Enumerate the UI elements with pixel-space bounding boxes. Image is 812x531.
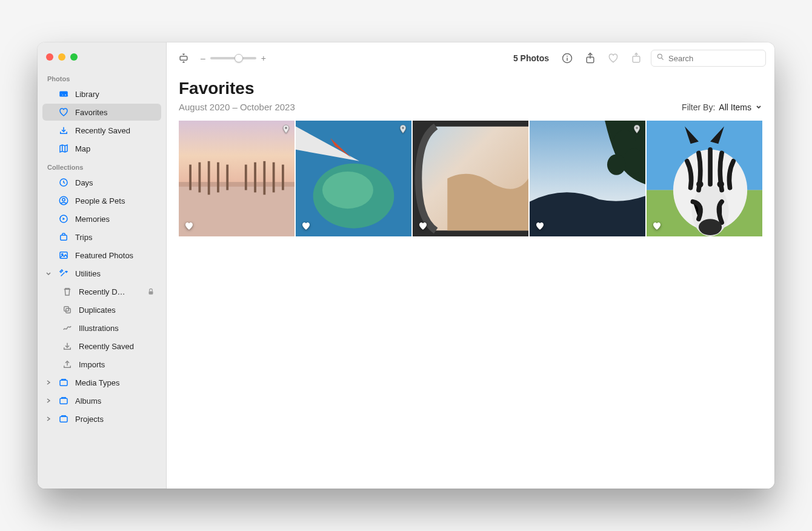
sidebar-item-map[interactable]: Map: [42, 140, 161, 157]
location-pin-icon: [632, 124, 642, 134]
photo-thumbnail[interactable]: [530, 121, 645, 236]
content-area: Favorites August 2020 – October 2023 Fil…: [167, 74, 774, 489]
sidebar-item-util-recently-saved[interactable]: Recently Saved: [42, 338, 161, 355]
chevron-right-icon[interactable]: [45, 415, 52, 422]
svg-point-37: [322, 172, 373, 209]
library-icon: [58, 88, 69, 99]
search-box[interactable]: [651, 50, 766, 67]
share-button[interactable]: [582, 50, 599, 67]
sidebar-item-trips[interactable]: Trips: [42, 229, 161, 245]
zoom-slider-thumb[interactable]: [235, 54, 243, 62]
location-pin-icon: [281, 124, 291, 134]
sidebar-item-days[interactable]: Days: [42, 174, 161, 191]
svg-rect-19: [633, 56, 640, 62]
svg-point-40: [402, 127, 404, 129]
sidebar-item-label: Illustrations: [79, 324, 155, 333]
chevron-down-icon[interactable]: [45, 270, 52, 277]
favorite-button[interactable]: [605, 50, 622, 67]
favorite-badge-icon: [418, 221, 428, 232]
sidebar-item-label: Projects: [75, 415, 155, 424]
zoom-slider[interactable]: [210, 57, 256, 59]
main-content: – + 5 Photos: [167, 42, 774, 489]
import-icon: [62, 359, 73, 370]
sidebar-item-utilities[interactable]: Utilities: [42, 265, 161, 282]
sidebar-item-illustrations[interactable]: Illustrations: [42, 319, 161, 336]
location-pin-icon: [398, 124, 408, 134]
map-icon: [58, 143, 69, 154]
folder-icon: [58, 395, 69, 406]
chevron-right-icon[interactable]: [45, 379, 52, 386]
svg-point-56: [699, 219, 722, 235]
sidebar-item-albums[interactable]: Albums: [42, 392, 161, 409]
svg-point-55: [717, 181, 724, 187]
svg-point-17: [567, 56, 568, 57]
window-controls: [38, 48, 166, 69]
aspect-button[interactable]: [175, 50, 192, 67]
rotate-button[interactable]: [628, 50, 645, 67]
photo-thumbnail[interactable]: [179, 121, 295, 236]
sidebar-item-people-pets[interactable]: People & Pets: [42, 192, 161, 209]
sidebar-item-media-types[interactable]: Media Types: [42, 374, 161, 391]
sidebar-item-recently-deleted[interactable]: Recently D…: [42, 283, 161, 300]
filter-label: Filter By:: [682, 102, 715, 112]
zoom-plus[interactable]: +: [261, 53, 266, 63]
sidebar-section-collections: Collections: [38, 160, 166, 173]
svg-point-20: [657, 54, 662, 58]
sidebar-item-label: Days: [75, 178, 155, 187]
svg-rect-14: [60, 416, 67, 422]
suitcase-icon: [58, 232, 69, 242]
clock-icon: [58, 177, 69, 188]
sidebar-item-favorites[interactable]: Favorites: [42, 104, 161, 121]
svg-rect-9: [149, 291, 153, 294]
sidebar-item-recently-saved[interactable]: Recently Saved: [42, 122, 161, 139]
sidebar-item-label: Trips: [75, 233, 155, 242]
search-icon: [656, 53, 665, 64]
filter-dropdown[interactable]: Filter By: All Items: [682, 102, 762, 112]
page-title: Favorites: [179, 79, 762, 98]
photo-thumbnail[interactable]: [296, 121, 411, 236]
photo-thumbnail[interactable]: [413, 121, 528, 236]
sidebar-section-photos: Photos: [38, 72, 166, 85]
chevron-right-icon[interactable]: [45, 397, 52, 404]
sidebar-item-label: Map: [75, 144, 155, 153]
favorite-badge-icon: [184, 221, 195, 232]
close-window-button[interactable]: [46, 53, 53, 61]
svg-point-46: [607, 154, 626, 175]
sidebar: Photos Library Favorites Recently Saved: [38, 42, 167, 489]
svg-rect-22: [179, 184, 295, 236]
folder-icon: [58, 377, 69, 388]
svg-rect-13: [60, 398, 67, 404]
sidebar-item-label: Albums: [75, 396, 155, 406]
sidebar-item-featured-photos[interactable]: Featured Photos: [42, 247, 161, 264]
search-input[interactable]: [668, 54, 770, 63]
favorite-badge-icon: [651, 221, 662, 232]
svg-rect-12: [60, 380, 67, 386]
download-tray-icon: [62, 341, 73, 352]
sidebar-item-memories[interactable]: Memories: [42, 210, 161, 227]
svg-point-4: [62, 198, 65, 201]
duplicates-icon: [62, 304, 73, 315]
minimize-window-button[interactable]: [58, 53, 65, 61]
chevron-down-icon: [755, 102, 762, 112]
zoom-minus[interactable]: –: [201, 53, 205, 63]
info-button[interactable]: [559, 50, 576, 67]
photo-icon: [58, 250, 69, 261]
photo-thumbnail[interactable]: [647, 121, 762, 236]
svg-point-45: [624, 149, 644, 174]
sidebar-item-duplicates[interactable]: Duplicates: [42, 301, 161, 318]
download-tray-icon: [58, 125, 69, 136]
sidebar-item-label: Recently Saved: [75, 126, 155, 135]
sidebar-item-projects[interactable]: Projects: [42, 410, 161, 427]
sidebar-item-imports[interactable]: Imports: [42, 356, 161, 373]
photo-grid: [179, 121, 762, 236]
tools-icon: [58, 268, 69, 279]
zoom-window-button[interactable]: [70, 53, 78, 61]
sidebar-item-label: Media Types: [75, 378, 155, 387]
svg-rect-23: [179, 182, 295, 187]
sidebar-item-label: Utilities: [75, 269, 155, 278]
sidebar-item-label: Favorites: [75, 108, 155, 117]
favorite-badge-icon: [301, 221, 311, 232]
svg-rect-6: [61, 235, 67, 240]
sidebar-item-library[interactable]: Library: [42, 85, 161, 102]
svg-rect-15: [180, 56, 187, 61]
